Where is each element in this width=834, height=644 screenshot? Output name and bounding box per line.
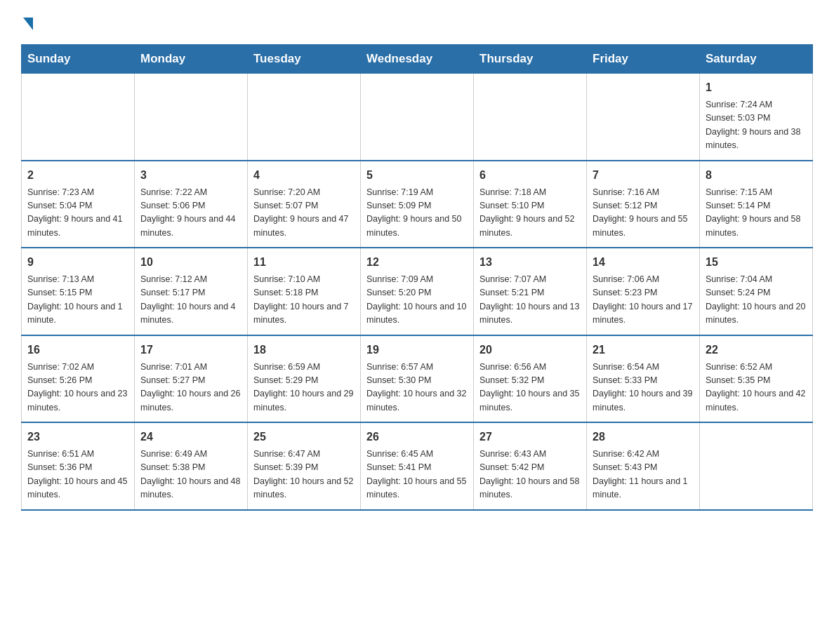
calendar-table: SundayMondayTuesdayWednesdayThursdayFrid… (21, 44, 813, 511)
calendar-week-row: 2Sunrise: 7:23 AMSunset: 5:04 PMDaylight… (22, 161, 813, 248)
calendar-day-cell: 3Sunrise: 7:22 AMSunset: 5:06 PMDaylight… (135, 161, 248, 248)
calendar-day-cell: 25Sunrise: 6:47 AMSunset: 5:39 PMDayligh… (248, 422, 361, 510)
day-number: 14 (593, 254, 694, 271)
calendar-day-cell: 15Sunrise: 7:04 AMSunset: 5:24 PMDayligh… (700, 248, 813, 335)
day-info: Sunrise: 7:01 AMSunset: 5:27 PMDaylight:… (140, 361, 241, 415)
day-info: Sunrise: 6:56 AMSunset: 5:32 PMDaylight:… (479, 361, 581, 415)
calendar-day-cell: 24Sunrise: 6:49 AMSunset: 5:38 PMDayligh… (135, 422, 248, 510)
day-info: Sunrise: 7:04 AMSunset: 5:24 PMDaylight:… (706, 273, 807, 328)
calendar-day-cell: 28Sunrise: 6:42 AMSunset: 5:43 PMDayligh… (587, 422, 700, 510)
day-info: Sunrise: 7:16 AMSunset: 5:12 PMDaylight:… (593, 186, 694, 241)
day-info: Sunrise: 7:06 AMSunset: 5:23 PMDaylight:… (593, 273, 694, 328)
calendar-day-cell (361, 74, 474, 161)
day-number: 8 (706, 167, 807, 184)
day-of-week-header: Thursday (474, 45, 587, 74)
calendar-day-cell: 5Sunrise: 7:19 AMSunset: 5:09 PMDaylight… (361, 161, 474, 248)
day-number: 19 (366, 342, 468, 358)
day-info: Sunrise: 6:42 AMSunset: 5:43 PMDaylight:… (593, 448, 694, 502)
day-of-week-header: Wednesday (361, 45, 474, 74)
calendar-day-cell: 10Sunrise: 7:12 AMSunset: 5:17 PMDayligh… (135, 248, 248, 335)
days-of-week-row: SundayMondayTuesdayWednesdayThursdayFrid… (22, 45, 813, 74)
calendar-day-cell: 21Sunrise: 6:54 AMSunset: 5:33 PMDayligh… (587, 335, 700, 423)
day-number: 28 (593, 429, 694, 445)
day-info: Sunrise: 7:13 AMSunset: 5:15 PMDaylight:… (27, 273, 128, 328)
calendar-week-row: 1Sunrise: 7:24 AMSunset: 5:03 PMDaylight… (22, 74, 813, 161)
day-number: 9 (27, 254, 128, 271)
calendar-day-cell (700, 422, 813, 510)
calendar-day-cell: 17Sunrise: 7:01 AMSunset: 5:27 PMDayligh… (135, 335, 248, 423)
calendar-day-cell (474, 74, 587, 161)
calendar-day-cell: 22Sunrise: 6:52 AMSunset: 5:35 PMDayligh… (700, 335, 813, 423)
calendar-body: 1Sunrise: 7:24 AMSunset: 5:03 PMDaylight… (22, 74, 813, 510)
day-info: Sunrise: 7:10 AMSunset: 5:18 PMDaylight:… (253, 273, 355, 328)
calendar-day-cell (248, 74, 361, 161)
day-number: 6 (479, 167, 581, 184)
calendar-day-cell: 16Sunrise: 7:02 AMSunset: 5:26 PMDayligh… (22, 335, 135, 423)
day-info: Sunrise: 7:19 AMSunset: 5:09 PMDaylight:… (366, 186, 468, 241)
day-info: Sunrise: 7:07 AMSunset: 5:21 PMDaylight:… (479, 273, 581, 328)
calendar-day-cell: 12Sunrise: 7:09 AMSunset: 5:20 PMDayligh… (361, 248, 474, 335)
day-number: 12 (366, 254, 468, 271)
calendar-day-cell: 23Sunrise: 6:51 AMSunset: 5:36 PMDayligh… (22, 422, 135, 510)
day-info: Sunrise: 6:51 AMSunset: 5:36 PMDaylight:… (27, 448, 128, 502)
day-number: 1 (706, 79, 807, 96)
calendar-day-cell: 13Sunrise: 7:07 AMSunset: 5:21 PMDayligh… (474, 248, 587, 335)
day-number: 7 (593, 167, 694, 184)
day-info: Sunrise: 6:47 AMSunset: 5:39 PMDaylight:… (253, 448, 355, 502)
calendar-week-row: 23Sunrise: 6:51 AMSunset: 5:36 PMDayligh… (22, 422, 813, 510)
calendar-day-cell: 20Sunrise: 6:56 AMSunset: 5:32 PMDayligh… (474, 335, 587, 423)
day-info: Sunrise: 6:52 AMSunset: 5:35 PMDaylight:… (706, 361, 807, 415)
day-number: 26 (366, 429, 468, 445)
day-info: Sunrise: 6:43 AMSunset: 5:42 PMDaylight:… (479, 448, 581, 502)
day-number: 11 (253, 254, 355, 271)
day-of-week-header: Friday (587, 45, 700, 74)
day-number: 27 (479, 429, 581, 445)
calendar-day-cell: 4Sunrise: 7:20 AMSunset: 5:07 PMDaylight… (248, 161, 361, 248)
day-of-week-header: Monday (135, 45, 248, 74)
calendar-day-cell (22, 74, 135, 161)
day-number: 16 (27, 342, 128, 358)
day-info: Sunrise: 6:54 AMSunset: 5:33 PMDaylight:… (593, 361, 694, 415)
day-number: 5 (366, 167, 468, 184)
day-number: 17 (140, 342, 241, 358)
day-number: 3 (140, 167, 241, 184)
day-number: 25 (253, 429, 355, 445)
day-number: 20 (479, 342, 581, 358)
day-info: Sunrise: 6:57 AMSunset: 5:30 PMDaylight:… (366, 361, 468, 415)
day-info: Sunrise: 7:22 AMSunset: 5:06 PMDaylight:… (140, 186, 241, 241)
day-info: Sunrise: 7:18 AMSunset: 5:10 PMDaylight:… (479, 186, 581, 241)
day-number: 22 (706, 342, 807, 358)
calendar-day-cell: 18Sunrise: 6:59 AMSunset: 5:29 PMDayligh… (248, 335, 361, 423)
day-number: 15 (706, 254, 807, 271)
day-number: 10 (140, 254, 241, 271)
page-header (21, 14, 813, 30)
calendar-day-cell: 26Sunrise: 6:45 AMSunset: 5:41 PMDayligh… (361, 422, 474, 510)
calendar-day-cell: 19Sunrise: 6:57 AMSunset: 5:30 PMDayligh… (361, 335, 474, 423)
calendar-day-cell: 8Sunrise: 7:15 AMSunset: 5:14 PMDaylight… (700, 161, 813, 248)
day-of-week-header: Tuesday (248, 45, 361, 74)
day-info: Sunrise: 6:59 AMSunset: 5:29 PMDaylight:… (253, 361, 355, 415)
day-number: 13 (479, 254, 581, 271)
calendar-day-cell: 11Sunrise: 7:10 AMSunset: 5:18 PMDayligh… (248, 248, 361, 335)
calendar-day-cell: 7Sunrise: 7:16 AMSunset: 5:12 PMDaylight… (587, 161, 700, 248)
calendar-day-cell: 14Sunrise: 7:06 AMSunset: 5:23 PMDayligh… (587, 248, 700, 335)
calendar-day-cell: 1Sunrise: 7:24 AMSunset: 5:03 PMDaylight… (700, 74, 813, 161)
day-number: 21 (593, 342, 694, 358)
day-number: 4 (253, 167, 355, 184)
calendar-day-cell (587, 74, 700, 161)
day-info: Sunrise: 7:24 AMSunset: 5:03 PMDaylight:… (706, 98, 807, 153)
day-of-week-header: Saturday (700, 45, 813, 74)
calendar-day-cell: 2Sunrise: 7:23 AMSunset: 5:04 PMDaylight… (22, 161, 135, 248)
calendar-week-row: 16Sunrise: 7:02 AMSunset: 5:26 PMDayligh… (22, 335, 813, 423)
day-info: Sunrise: 7:15 AMSunset: 5:14 PMDaylight:… (706, 186, 807, 241)
day-number: 18 (253, 342, 355, 358)
day-number: 24 (140, 429, 241, 445)
calendar-week-row: 9Sunrise: 7:13 AMSunset: 5:15 PMDaylight… (22, 248, 813, 335)
day-number: 23 (27, 429, 128, 445)
day-number: 2 (27, 167, 128, 184)
day-info: Sunrise: 6:45 AMSunset: 5:41 PMDaylight:… (366, 448, 468, 502)
day-info: Sunrise: 6:49 AMSunset: 5:38 PMDaylight:… (140, 448, 241, 502)
day-of-week-header: Sunday (22, 45, 135, 74)
day-info: Sunrise: 7:02 AMSunset: 5:26 PMDaylight:… (27, 361, 128, 415)
calendar-day-cell (135, 74, 248, 161)
